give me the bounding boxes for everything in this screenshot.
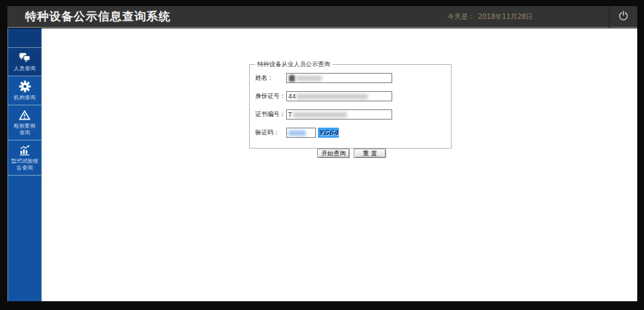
- bar-chart-icon: [9, 145, 41, 156]
- start-query-button[interactable]: 开始查询: [317, 149, 350, 158]
- main-panel: 特种设备从业人员公示查询 姓名： 身份证号： 44: [43, 28, 637, 301]
- logout-button[interactable]: [609, 6, 637, 28]
- certificate-number-input[interactable]: T: [286, 109, 392, 120]
- gear-icon: [9, 80, 41, 93]
- name-value-redacted: [296, 76, 322, 81]
- name-field-row: 姓名：: [255, 73, 446, 83]
- sidebar-item-label: 查询: [9, 130, 41, 136]
- sidebar-filler: [8, 175, 41, 176]
- certificate-number-field-row: 证书编号： T: [255, 109, 446, 120]
- date-display: 今天是： 2018年11月28日: [448, 6, 533, 28]
- captcha-label: 验证码：: [255, 128, 286, 137]
- sidebar-top-stub: [8, 28, 41, 47]
- captcha-image[interactable]: YG64: [318, 128, 339, 138]
- id-number-value-redacted: [296, 94, 368, 99]
- sidebar-item-organization-query[interactable]: 机构查询: [8, 76, 41, 105]
- warning-triangle-icon: [9, 109, 41, 121]
- sidebar-item-label: 型式试验报: [9, 158, 41, 165]
- page-frame: 特种设备公示信息查询系统 今天是： 2018年11月28日: [0, 0, 644, 310]
- id-number-field-row: 身份证号： 44: [255, 91, 446, 101]
- id-number-value-visible: 44: [288, 93, 296, 100]
- sidebar-item-label: 检验案例: [9, 123, 41, 130]
- id-number-input[interactable]: 44: [286, 91, 392, 101]
- content-area: 人员查询: [7, 28, 637, 301]
- app-title: 特种设备公示信息查询系统: [25, 9, 171, 24]
- sidebar-item-label: 人员查询: [9, 66, 41, 72]
- certificate-number-value-redacted: [293, 112, 347, 118]
- captcha-field-row: 验证码： YG64: [255, 128, 446, 138]
- reset-button[interactable]: 重 置: [354, 149, 386, 158]
- id-number-label: 身份证号：: [255, 92, 286, 101]
- certificate-number-value-visible: T: [288, 111, 292, 118]
- certificate-number-label: 证书编号：: [255, 110, 286, 119]
- chat-bubbles-icon: [9, 52, 41, 63]
- personnel-query-fieldset: 特种设备从业人员公示查询 姓名： 身份证号： 44: [249, 60, 452, 149]
- power-icon: [618, 10, 629, 24]
- sidebar-item-type-test-report-query[interactable]: 型式试验报 告查询: [8, 140, 41, 175]
- sidebar: 人员查询: [7, 28, 42, 301]
- name-value-redacted: [289, 75, 295, 82]
- sidebar-item-label: 机构查询: [9, 95, 41, 101]
- fieldset-legend: 特种设备从业人员公示查询: [255, 60, 332, 69]
- name-input[interactable]: [286, 73, 392, 83]
- name-label: 姓名：: [255, 74, 286, 82]
- sidebar-item-label: 告查询: [9, 165, 41, 172]
- sidebar-item-inspection-case-query[interactable]: 检验案例 查询: [8, 105, 41, 140]
- form-buttons-row: 开始查询 重 置: [255, 149, 446, 158]
- captcha-value-redacted: [288, 130, 306, 136]
- date-value: 2018年11月28日: [478, 12, 533, 22]
- captcha-input[interactable]: [286, 128, 316, 138]
- date-prefix: 今天是：: [448, 12, 475, 22]
- header-bar: 特种设备公示信息查询系统 今天是： 2018年11月28日: [7, 6, 637, 28]
- sidebar-item-personnel-query[interactable]: 人员查询: [8, 47, 41, 76]
